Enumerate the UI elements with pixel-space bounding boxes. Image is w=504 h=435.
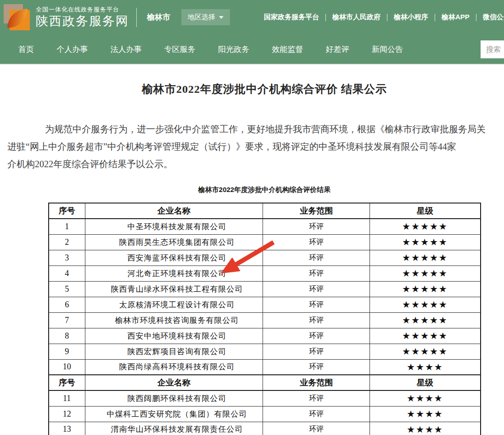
nav-item-personal[interactable]: 个人办事	[56, 44, 88, 55]
column-header: 序号	[49, 375, 85, 390]
nav-item-supervision[interactable]: 效能监督	[272, 44, 303, 55]
paragraph-line: 介机构2022年度综合评价结果予以公示。	[0, 155, 504, 173]
cell-name: 陕西雨昊生态环境集团有限公司	[85, 234, 263, 250]
cell-scope: 环评	[263, 422, 370, 435]
cell-scope: 环评	[263, 250, 370, 266]
table-row: 4河北奇正环境科技有限公司环评★★★★★	[49, 266, 481, 281]
header-divider	[136, 8, 137, 27]
cell-name: 榆林市环境科技咨询服务有限公司	[85, 312, 263, 328]
cell-scope: 环评	[263, 359, 370, 375]
link-yulin-app[interactable]: 榆林APP	[442, 13, 470, 22]
link-national-platform[interactable]: 国家政务服务平台	[264, 13, 319, 22]
cell-no: 2	[49, 234, 85, 250]
nav-item-rating[interactable]: 好差评	[326, 44, 349, 55]
cell-stars: ★★★★★	[370, 344, 481, 359]
link-separator	[476, 14, 476, 21]
cell-scope: 环评	[263, 312, 370, 328]
cell-no: 7	[49, 312, 85, 328]
column-header: 星级	[370, 375, 481, 390]
table-row: 10陕西尚绿高科环境科技有限公司环评★★★★	[49, 359, 481, 375]
cell-stars: ★★★★	[370, 406, 481, 422]
column-header: 星级	[370, 203, 481, 219]
cell-no: 12	[49, 406, 85, 422]
cell-no: 6	[49, 297, 85, 312]
cell-scope: 环评	[263, 234, 370, 250]
cell-stars: ★★★★	[370, 359, 481, 375]
table-row: 3西安海蓝环保科技有限公司环评★★★★★	[49, 250, 481, 266]
table-row: 12中煤科工西安研究院（集团）有限公司环评★★★★	[49, 406, 481, 422]
search-input[interactable]	[481, 40, 504, 58]
link-wechat-account[interactable]: 微信公众号	[483, 13, 504, 22]
table-row: 6太原核清环境工程设计有限公司环评★★★★★	[49, 297, 481, 312]
table-row: 8西安中地环境科技有限公司环评★★★★★	[49, 328, 481, 344]
current-city-label: 榆林市	[147, 12, 170, 23]
link-mini-program[interactable]: 榆林小程序	[394, 13, 428, 22]
cell-stars: ★★★★	[370, 390, 481, 406]
column-header: 业务范围	[263, 375, 370, 390]
cell-scope: 环评	[263, 297, 370, 312]
cell-stars: ★★★★★	[370, 219, 481, 234]
cell-no: 9	[49, 344, 85, 359]
cell-stars: ★★★★★	[370, 312, 481, 328]
table-header-row: 序号企业名称业务范围星级	[49, 203, 481, 219]
site-header: 全国一体化在线政务服务平台 陕西政务服务网 榆林市 地区选择 国家政务服务平台 …	[0, 0, 504, 34]
cell-no: 1	[49, 219, 85, 234]
site-name: 陕西政务服务网	[36, 14, 129, 28]
cell-name: 中煤科工西安研究院（集团）有限公司	[85, 406, 263, 422]
cell-name: 中圣环境科技发展有限公司	[85, 219, 263, 234]
cell-scope: 环评	[263, 406, 370, 422]
nav-item-zone-services[interactable]: 专区服务	[164, 44, 196, 55]
nav-item-news[interactable]: 新闻公告	[372, 44, 403, 55]
cell-name: 太原核清环境工程设计有限公司	[85, 297, 263, 312]
cell-stars: ★★★★★	[370, 234, 481, 250]
column-header: 序号	[49, 203, 85, 219]
paragraph-line: 进驻“网上中介服务超市”中介机构考评管理规定（试行）》要求，现将评定的中圣环境科…	[0, 138, 504, 155]
table-row: 7榆林市环境科技咨询服务有限公司环评★★★★★	[49, 312, 481, 328]
cell-stars: ★★★★	[370, 422, 481, 435]
region-selector-button[interactable]: 地区选择	[181, 9, 230, 25]
cell-no: 13	[49, 422, 85, 435]
cell-name: 陕西宏辉项目咨询有限公司	[85, 344, 263, 359]
evaluation-table: 序号企业名称业务范围星级1中圣环境科技发展有限公司环评★★★★★2陕西雨昊生态环…	[48, 203, 481, 435]
cell-name: 陕西阔鹏环保科技有限公司	[85, 390, 263, 406]
table-row: 5陕西青山绿水环保科技工程有限公司环评★★★★★	[49, 281, 481, 297]
cell-no: 10	[49, 359, 85, 375]
page-title: 榆林市2022年度涉批中介机构综合评价 结果公示	[0, 82, 504, 96]
announcement-paragraph: 为规范中介服务行为，进一步强化中介监管工作，更好地提升我市营商环境，根据《榆林市…	[0, 120, 504, 173]
cell-stars: ★★★★★	[370, 250, 481, 266]
cell-no: 8	[49, 328, 85, 344]
cell-scope: 环评	[263, 390, 370, 406]
link-city-government[interactable]: 榆林市人民政府	[332, 13, 381, 22]
cell-scope: 环评	[263, 266, 370, 281]
table-row: 1中圣环境科技发展有限公司环评★★★★★	[49, 219, 481, 234]
table-header-row: 序号企业名称业务范围星级	[49, 375, 481, 390]
cell-stars: ★★★★★	[370, 328, 481, 344]
cell-stars: ★★★★★	[370, 297, 481, 312]
cell-name: 陕西尚绿高科环境科技有限公司	[85, 359, 263, 375]
cell-no: 5	[49, 281, 85, 297]
column-header: 企业名称	[85, 375, 263, 390]
cell-no: 4	[49, 266, 85, 281]
header-links: 国家政务服务平台 榆林市人民政府 榆林小程序 榆林APP 微信公众号 注	[264, 0, 504, 34]
cell-name: 陕西青山绿水环保科技工程有限公司	[85, 281, 263, 297]
column-header: 企业名称	[85, 203, 263, 219]
link-separator	[325, 14, 326, 21]
cell-name: 渭南华山环保科技发展有限责任公司	[85, 422, 263, 435]
cell-scope: 环评	[263, 344, 370, 359]
table-row: 9陕西宏辉项目咨询有限公司环评★★★★★	[49, 344, 481, 359]
nav-item-open-government[interactable]: 阳光政务	[218, 44, 249, 55]
table-title: 榆林市2022年度涉批中介机构综合评价结果	[0, 186, 504, 194]
nav-item-home[interactable]: 首页	[18, 44, 34, 55]
link-separator	[387, 14, 387, 21]
region-selector-label: 地区选择	[188, 13, 215, 22]
cell-no: 11	[49, 390, 85, 406]
cell-name: 西安海蓝环保科技有限公司	[85, 250, 263, 266]
nav-item-corporate[interactable]: 法人办事	[111, 44, 142, 55]
table-row: 11陕西阔鹏环保科技有限公司环评★★★★	[49, 390, 481, 406]
table-row: 2陕西雨昊生态环境集团有限公司环评★★★★★	[49, 234, 481, 250]
paragraph-line: 为规范中介服务行为，进一步强化中介监管工作，更好地提升我市营商环境，根据《榆林市…	[0, 120, 504, 138]
cell-name: 西安中地环境科技有限公司	[85, 328, 263, 344]
cell-scope: 环评	[263, 328, 370, 344]
cell-scope: 环评	[263, 219, 370, 234]
cell-scope: 环评	[263, 281, 370, 297]
